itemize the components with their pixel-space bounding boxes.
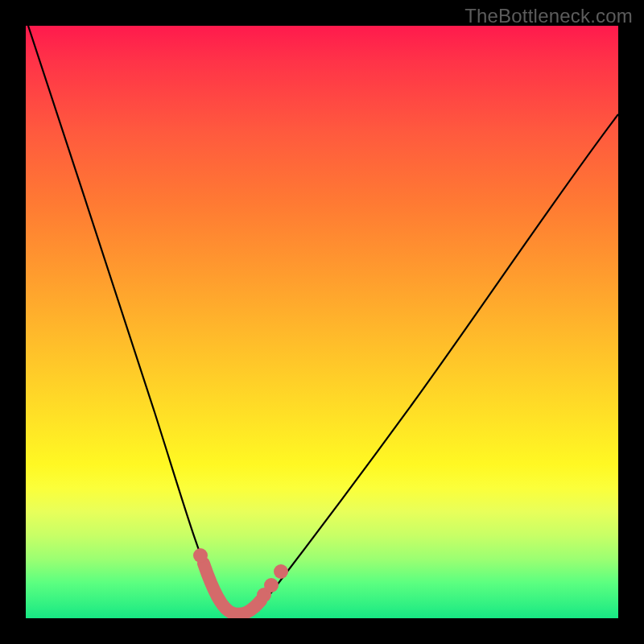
plot-area	[26, 26, 618, 618]
marker-dot	[264, 578, 279, 592]
curve-layer	[26, 26, 618, 618]
watermark-text: TheBottleneck.com	[464, 5, 633, 27]
marker-dot	[274, 564, 288, 579]
marker-dot	[193, 548, 208, 563]
chart-frame: TheBottleneck.com	[0, 0, 644, 644]
marker-segment	[204, 564, 261, 614]
bottleneck-curve	[28, 26, 618, 617]
